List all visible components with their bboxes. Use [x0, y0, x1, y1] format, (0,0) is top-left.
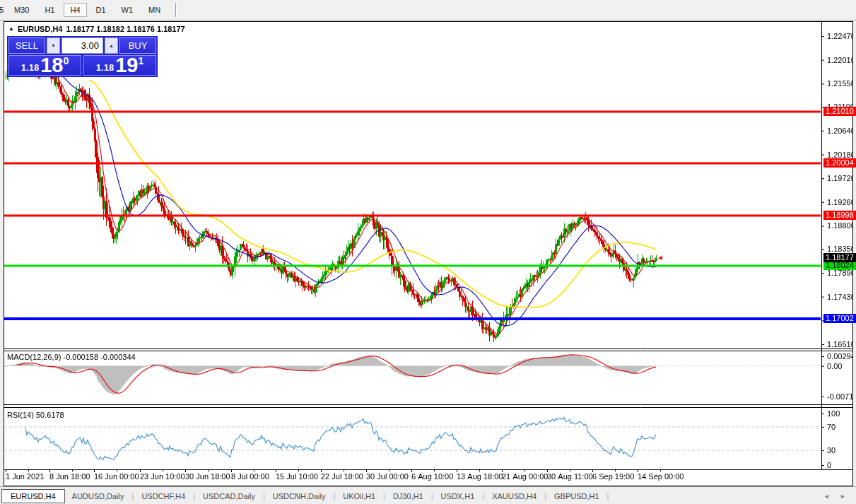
- timeframe-button-w1[interactable]: W1: [115, 3, 140, 17]
- current-price-label: 1.18177: [823, 253, 856, 262]
- timeframe-toolbar: 5M30H1H4D1W1MN: [0, 0, 856, 20]
- timeframe-button-h1[interactable]: H1: [38, 3, 61, 17]
- rsi-name: RSI(14): [7, 411, 34, 419]
- buy-button[interactable]: BUY: [119, 37, 156, 54]
- chart-tab-ukoil-h1[interactable]: UKOil,H1: [336, 490, 382, 503]
- timeframe-button-mn[interactable]: MN: [142, 3, 167, 17]
- buy-price-button[interactable]: 1.18 19 1: [83, 55, 156, 76]
- chart-tab-dj30-h1[interactable]: DJ30,H1: [386, 490, 430, 503]
- macd-name: MACD(12,26,9): [7, 353, 61, 361]
- tab-separator: |: [606, 492, 610, 500]
- chart-tab-usdchf-h4[interactable]: USDCHF,H4: [134, 490, 192, 503]
- mt4-terminal: 5M30H1H4D1W1MN ▲ EURUSD,H4 1.18177 1.181…: [0, 0, 856, 504]
- chart-ohlc-values: 1.18177 1.18182 1.18176 1.18177: [66, 25, 185, 33]
- sell-button[interactable]: SELL: [8, 37, 45, 54]
- chart-tab-usdcad-daily[interactable]: USDCAD,Daily: [196, 490, 262, 503]
- tab-scroll-arrows[interactable]: ◄ ►: [823, 493, 850, 500]
- chart-tab-xauusd-h4[interactable]: XAUUSD,H4: [485, 490, 544, 503]
- chart-tab-usdcnh-daily[interactable]: USDCNH,Daily: [266, 490, 333, 503]
- sell-price-small: 1.18: [21, 62, 39, 73]
- price-chart-canvas[interactable]: [4, 21, 853, 486]
- chart-tab-usdx-h1[interactable]: USDX,H1: [434, 490, 482, 503]
- down-arrow-icon: ▼: [51, 43, 56, 48]
- rsi-value: 50.6178: [36, 411, 64, 419]
- chart-symbol-label: EURUSD,H4: [18, 25, 63, 33]
- up-arrow-icon: ▲: [109, 43, 114, 48]
- timeframe-button-5[interactable]: 5: [0, 3, 5, 17]
- macd-indicator-label: MACD(12,26,9) -0.000158 -0.000344: [7, 353, 136, 361]
- volume-input[interactable]: [61, 37, 103, 54]
- hline-price-label: 1.18998: [823, 211, 856, 220]
- timeframe-button-m30[interactable]: M30: [8, 3, 35, 17]
- hline-price-label: 1.21010: [823, 107, 856, 116]
- chart-tab-gbpusd-h1[interactable]: GBPUSD,H1: [547, 490, 606, 503]
- macd-values: -0.000158 -0.000344: [63, 353, 135, 361]
- collapse-panel-icon[interactable]: ▲: [8, 25, 14, 33]
- toolbar-separator: [175, 3, 177, 17]
- sell-price-button[interactable]: 1.18 18 0: [8, 55, 81, 76]
- buy-price-big: 19: [115, 57, 138, 74]
- hline-price-label: 1.20004: [823, 158, 856, 168]
- chart-tab-bar: EURUSD,H4AUDUSD,Daily|USDCHF,H4|USDCAD,D…: [0, 486, 856, 504]
- timeframe-button-d1[interactable]: D1: [90, 3, 112, 17]
- chart-quote-header: ▲ EURUSD,H4 1.18177 1.18182 1.18176 1.18…: [8, 25, 185, 33]
- timeframe-button-h4[interactable]: H4: [64, 3, 86, 17]
- hline-price-label: 1.17002: [823, 314, 856, 323]
- sell-price-big: 18: [40, 57, 63, 74]
- rsi-indicator-label: RSI(14) 50.6178: [7, 411, 64, 419]
- one-click-trade-panel: SELL ▼ ▲ BUY 1.18 18 0 1.18 19: [7, 36, 158, 77]
- volume-decrease-button[interactable]: ▼: [47, 37, 60, 54]
- volume-increase-button[interactable]: ▲: [105, 37, 118, 54]
- chart-tab-eurusd-h4[interactable]: EURUSD,H4: [1, 489, 65, 503]
- chart-tab-audusd-daily[interactable]: AUDUSD,Daily: [65, 490, 131, 503]
- buy-price-small: 1.18: [96, 62, 114, 73]
- buy-price-pip: 1: [138, 55, 143, 66]
- chart-window: ▲ EURUSD,H4 1.18177 1.18182 1.18176 1.18…: [4, 21, 853, 486]
- sell-price-pip: 0: [63, 55, 69, 66]
